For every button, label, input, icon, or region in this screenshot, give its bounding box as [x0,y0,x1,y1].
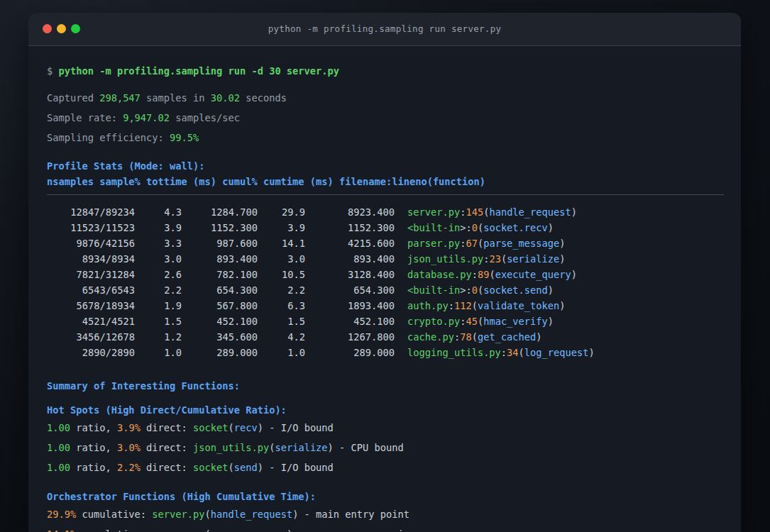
text-segment: ) [548,222,554,233]
text-segment: ) - CPU bound [328,442,404,453]
table-cell: 8934/8934 [47,251,135,267]
text-segment: execute_query [495,269,571,280]
text-segment: parser.py [152,528,204,532]
table-cell: 1.5 [135,314,182,329]
efficiency-line: Sampling efficiency: 99.5% [47,130,724,145]
table-row: 9876/421563.3987.60014.14215.600parser.p… [47,235,724,251]
function-cell: crypto.py:45(hmac_verify) [407,316,554,327]
text-segment: 1.00 [47,462,70,473]
table-row: 2890/28901.0289.0001.0289.000logging_uti… [47,345,724,360]
table-cell: 10.5 [258,267,305,282]
text-segment: 29.9% [47,509,76,520]
text-segment: 9,947.02 [123,112,170,123]
text-segment: 1.00 [47,422,70,433]
text-segment: 78 [460,331,471,343]
text-segment: handle_request [211,509,292,520]
table-cell: 4215.600 [305,235,395,251]
table-cell: 2.2 [135,282,182,298]
function-cell: server.py:145(handle_request) [407,206,577,218]
text-segment: 30.02 [211,92,240,104]
table-cell: 2.2 [258,282,305,298]
function-cell: database.py:89(execute_query) [407,269,577,280]
text-segment: 112 [454,300,472,311]
text-segment: : [472,269,478,280]
text-segment: hmac_verify [483,316,548,327]
text-segment: 3.9% [117,422,141,433]
table-row: 5678/189341.9567.8006.31893.400auth.py:1… [47,298,724,314]
stats-table-header: nsamples sample% tottime (ms) cumul% cum… [47,174,724,189]
table-cell: 345.600 [182,329,258,345]
hot-spot-line: 1.00 ratio, 3.9% direct: socket(recv) - … [47,420,724,436]
text-segment: ) [548,316,554,327]
text-segment: serialize [507,253,559,265]
text-segment: logging_utils.py [407,347,501,358]
text-segment: ( [478,284,483,296]
text-segment: ) - main entry point [292,509,409,520]
table-cell: 452.100 [305,314,395,329]
table-cell: 14.1 [258,235,305,251]
text-segment: 34 [507,347,518,358]
table-cell: 1267.800 [305,329,395,345]
text-segment: json_utils.py [407,253,483,265]
table-cell: 1152.300 [182,220,258,235]
text-segment: 89 [478,269,489,280]
function-cell: cache.py:78(get_cached) [407,331,542,343]
text-segment: 14.1% [47,528,76,532]
text-segment: ( [205,509,211,520]
orchestrator-line: 14.1% cumulative: parser.py(parse_messag… [47,526,724,532]
command-text: python -m profiling.sampling run -d 30 s… [58,65,339,77]
text-segment: ( [501,253,507,265]
table-row: 6543/65432.2654.3002.2654.300<built-in>:… [47,282,724,298]
table-cell: 4.2 [258,329,305,345]
table-cell: 654.300 [305,282,395,298]
text-segment: <built-in [407,284,460,296]
prompt-symbol: $ [47,65,58,77]
function-cell: parser.py:67(parse_message) [407,238,566,249]
text-segment: samples in [141,92,211,104]
profile-stats-title: Profile Stats (Mode: wall): [47,158,724,174]
text-segment: socket.recv [483,222,548,233]
text-segment: : [501,347,507,358]
text-segment: parser.py [407,238,460,249]
text-segment: ) [536,331,541,343]
text-segment: ) [559,253,565,265]
table-cell: 29.9 [258,204,305,220]
capture-stats-line: Captured 298,547 samples in 30.02 second… [47,90,724,106]
text-segment: serialize [275,442,327,453]
table-cell: 6.3 [258,298,305,314]
text-segment: ( [519,347,524,358]
text-segment: <built-in [407,222,460,233]
text-segment: cumulative: [76,528,152,532]
hot-spot-line: 1.00 ratio, 2.2% direct: socket(send) - … [47,460,724,475]
function-cell: <built-in>:0(socket.recv) [407,222,554,233]
table-row: 11523/115233.91152.3003.91152.300<built-… [47,220,724,235]
text-segment: ( [229,422,234,433]
text-segment: ) [571,269,577,280]
text-segment: 2.2% [117,462,141,473]
text-segment: ( [489,269,495,280]
text-segment: 45 [466,316,477,327]
function-cell: logging_utils.py:34(log_request) [407,347,595,358]
table-cell: 782.100 [182,267,258,282]
table-cell: 7821/31284 [47,267,135,282]
text-segment: log_request [524,347,589,358]
table-cell: 4521/4521 [47,314,135,329]
text-segment: ) [548,284,554,296]
text-segment: ( [472,300,478,311]
table-row: 3456/126781.2345.6004.21267.800cache.py:… [47,329,724,345]
table-cell: 1.5 [258,314,305,329]
hot-spots-title: Hot Spots (High Direct/Cumulative Ratio)… [47,402,724,418]
table-cell: 987.600 [182,235,258,251]
text-segment: 298,547 [99,92,141,104]
summary-title: Summary of Interesting Functions: [47,378,724,394]
text-segment: Sample rate: [47,112,123,123]
table-cell: 3.0 [258,251,305,267]
text-segment: ( [478,238,483,249]
text-segment: get_cached [478,331,536,343]
command-line: $ python -m profiling.sampling run -d 30… [47,63,724,79]
text-segment: ( [478,222,483,233]
table-cell: 2.6 [135,267,182,282]
table-cell: 1152.300 [305,220,395,235]
text-segment: handle_request [489,206,571,218]
table-cell: 9876/42156 [47,235,135,251]
